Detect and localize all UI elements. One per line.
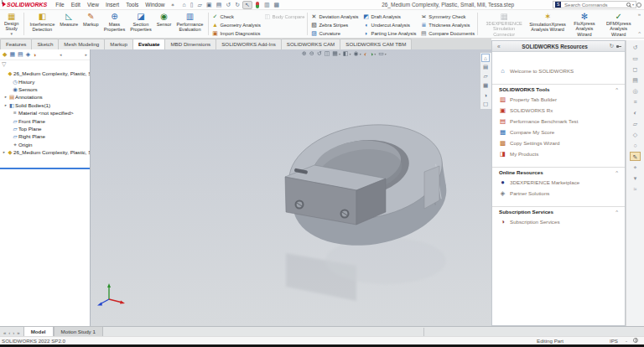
target-tool-icon[interactable]: ⌖ — [630, 163, 641, 172]
displaymanager-tab-icon[interactable]: ◑ — [33, 52, 36, 58]
section-subscription-services[interactable]: Subscription Services ^ — [492, 206, 625, 216]
tree-item-imported-feature[interactable]: ▸◆26_Medium Complexity, Plastic, S — [0, 148, 90, 156]
first-study-icon[interactable]: « — [3, 330, 7, 335]
marketplace-link[interactable]: ●3DEXPERIENCE Marketplace — [492, 177, 625, 188]
rebuild-icon[interactable] — [256, 2, 259, 8]
rotate-view-icon[interactable]: ↺ — [630, 43, 641, 52]
copy-settings-wizard-link[interactable]: ▩Copy Settings Wizard — [492, 137, 625, 148]
design-library-tab-icon[interactable]: ▤ — [481, 63, 490, 71]
menu-edit[interactable]: Edit — [68, 2, 84, 8]
menu-view[interactable]: View — [84, 2, 102, 8]
section-properties-button[interactable]: ◪Section Properties — [127, 11, 154, 37]
compare-documents-button[interactable]: ▤Compare Documents — [420, 30, 475, 37]
tree-item-origin[interactable]: ⌖Origin — [0, 141, 90, 148]
zoom-fit-icon[interactable]: ⊕ — [302, 50, 307, 57]
mass-properties-button[interactable]: ⊕Mass Properties — [101, 11, 128, 37]
search-caret-icon[interactable]: ▾ — [632, 3, 634, 7]
section-collapse-icon[interactable]: ^ — [615, 210, 618, 215]
dropdown-caret-icon[interactable]: ▾ — [350, 52, 351, 56]
point-tool-icon[interactable]: ○ — [630, 141, 641, 150]
section-solidworks-tools[interactable]: SOLIDWORKS Tools ^ — [492, 84, 625, 94]
options-icon[interactable]: ▩ — [273, 2, 282, 8]
view-orientation-icon[interactable]: ▦ — [332, 50, 338, 57]
file-explorer-tab-icon[interactable]: ▱ — [481, 72, 490, 80]
tab-scroll-left-icon[interactable]: ◂ — [60, 52, 62, 57]
home-icon[interactable]: ⌂ — [181, 2, 188, 8]
chevron-tool-icon[interactable]: ▾ — [630, 174, 641, 183]
last-study-icon[interactable]: » — [16, 330, 20, 335]
tab-solidworks-addins[interactable]: SOLIDWORKS Add-Ins — [216, 39, 282, 49]
tab-mbd-dimensions[interactable]: MBD Dimensions — [164, 39, 216, 49]
dropdown-caret-icon[interactable]: ▾ — [10, 32, 13, 37]
shaded-tool-icon[interactable]: ◐ — [630, 108, 641, 117]
diamond-tool-icon[interactable]: ◇ — [630, 130, 641, 139]
search-box[interactable]: S ▾ — [553, 1, 636, 8]
wave-tool-icon[interactable]: ≈ — [630, 184, 641, 194]
subscription-services-link[interactable]: ◑Subscription Services — [492, 216, 625, 227]
tree-item-annotations[interactable]: ▸▤Annotations — [0, 93, 90, 101]
section-online-resources[interactable]: Online Resources ^ — [492, 167, 625, 177]
tree-item-material[interactable]: ≡Material <not specified> — [0, 109, 90, 117]
tree-splitter[interactable] — [0, 168, 90, 169]
redo-icon[interactable]: ↻ — [233, 2, 242, 8]
markup-button[interactable]: ✎Markup — [80, 11, 101, 37]
import-diagnostics-button[interactable]: ▣Import Diagnostics — [211, 30, 260, 37]
model-canvas[interactable] — [91, 49, 491, 326]
print-icon[interactable]: ▤ — [215, 2, 224, 8]
compare-my-score-link[interactable]: ▦Compare My Score — [492, 127, 625, 137]
menu-file[interactable]: File — [52, 2, 67, 8]
dimxpertmanager-tab-icon[interactable]: ◈ — [26, 51, 30, 58]
select-icon[interactable]: ↖ — [242, 1, 252, 9]
tab-motion-study-1[interactable]: Motion Study 1 — [54, 326, 103, 336]
taskpane-pin-icon[interactable] — [615, 44, 621, 49]
measure-button[interactable]: ◺Measure — [57, 11, 80, 37]
floxpress-wizard-button[interactable]: ✻FloXpress Analysis Wizard — [568, 11, 601, 37]
save-icon[interactable]: ▣ — [205, 2, 214, 8]
settings-icon[interactable] — [636, 3, 641, 8]
section-view-icon[interactable]: ◫ — [325, 50, 330, 57]
plane-tool-icon[interactable]: ▱ — [630, 119, 641, 128]
menu-pin-icon[interactable]: ✶ — [168, 2, 177, 8]
symmetry-check-button[interactable]: ≍Symmetry Check — [420, 13, 475, 20]
draft-analysis-button[interactable]: ◩Draft Analysis — [363, 13, 417, 20]
tab-features[interactable]: Features — [0, 39, 32, 49]
taskpane-collapse-icon[interactable]: « — [496, 44, 502, 49]
tab-mesh-modeling[interactable]: Mesh Modeling — [58, 39, 105, 49]
previous-view-icon[interactable]: ↺ — [317, 50, 322, 57]
welcome-link[interactable]: ⌂ Welcome to SOLIDWORKS — [492, 65, 625, 76]
dropdown-caret-icon[interactable]: ▾ — [385, 52, 387, 56]
deviation-analysis-button[interactable]: ✕Deviation Analysis — [310, 13, 358, 20]
performance-benchmark-link[interactable]: ▤Performance Benchmark Test — [492, 116, 625, 127]
taskpane-refresh-icon[interactable]: ↻ — [608, 43, 615, 49]
featuremanager-tab-icon[interactable]: ◆ — [3, 51, 7, 58]
rectangle-tool-icon[interactable]: ▭ — [630, 54, 641, 63]
units-selector[interactable]: IPS — [610, 338, 618, 344]
apply-scene-icon[interactable]: ◑ — [370, 51, 373, 57]
tree-item-root[interactable]: ◆26_Medium Complexity, Plastic, Sma — [0, 70, 90, 77]
display-style-icon[interactable]: ◧ — [343, 50, 349, 57]
zoom-area-icon[interactable]: ⊖ — [309, 50, 314, 57]
tree-item-front-plane[interactable]: ▱Front Plane — [0, 117, 90, 124]
view-settings-icon[interactable]: ▭ — [378, 50, 384, 57]
tree-item-history[interactable]: ◷History — [0, 77, 90, 85]
toolbar-overflow-icon[interactable]: » — [638, 12, 641, 17]
interference-detection-button[interactable]: ◧Interference Detection — [27, 11, 57, 37]
connection-globe-icon[interactable] — [633, 338, 638, 343]
sensor-button[interactable]: ◉Sensor — [154, 11, 174, 37]
menu-insert[interactable]: Insert — [102, 2, 122, 8]
configurationmanager-tab-icon[interactable]: ▤ — [18, 51, 23, 58]
grid-tool-icon[interactable]: ▤ — [630, 75, 641, 85]
undercut-analysis-button[interactable]: ◖Undercut Analysis — [363, 22, 417, 28]
prev-study-icon[interactable]: ‹ — [8, 330, 11, 335]
annotate-tool-icon[interactable]: ✎ — [630, 152, 641, 161]
design-study-button[interactable]: ▦ Design Study ▾ — [2, 11, 21, 37]
tree-item-top-plane[interactable]: ▱Top Plane — [0, 125, 90, 132]
tree-filter-icon[interactable]: ▽ — [0, 60, 90, 70]
open-icon[interactable]: ▱ — [196, 2, 204, 8]
tree-item-solid-bodies[interactable]: ▸◧Solid Bodies(1) — [0, 101, 90, 109]
partner-solutions-link[interactable]: ◈Partner Solutions — [492, 188, 625, 199]
menu-window[interactable]: Window — [142, 2, 168, 8]
resources-home-tab-icon[interactable]: ⌂ — [481, 54, 490, 62]
property-tab-builder-link[interactable]: ▥Property Tab Builder — [492, 94, 625, 105]
solidworks-rx-link[interactable]: ▣SOLIDWORKS Rx — [492, 105, 625, 116]
